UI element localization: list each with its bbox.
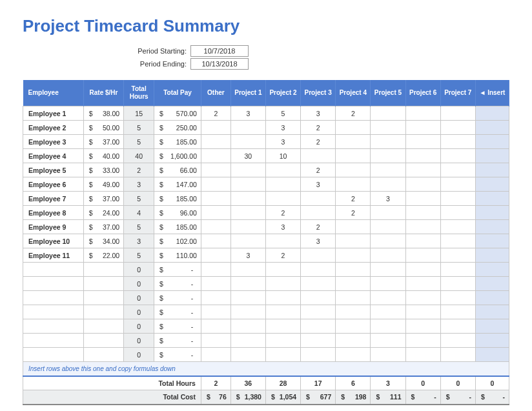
employee-cell[interactable] (23, 263, 84, 277)
employee-cell[interactable]: Employee 10 (23, 234, 84, 248)
project4-cell[interactable] (336, 234, 371, 248)
project3-cell[interactable] (301, 263, 336, 277)
other-cell[interactable]: 2 (201, 106, 230, 121)
col-project-1[interactable]: Project 1 (230, 80, 265, 106)
project7-cell[interactable] (440, 192, 475, 206)
rate-cell[interactable]: $37.00 (83, 220, 123, 234)
project3-cell[interactable] (301, 348, 336, 362)
project6-cell[interactable] (405, 106, 440, 121)
project5-cell[interactable] (371, 248, 405, 263)
col-other[interactable]: Other (201, 80, 230, 106)
rate-cell[interactable] (83, 319, 123, 334)
project2-cell[interactable]: 2 (265, 248, 300, 263)
project7-cell[interactable] (440, 234, 475, 248)
employee-cell[interactable]: Employee 3 (23, 135, 84, 149)
period-end-input[interactable]: 10/13/2018 (190, 58, 249, 70)
project2-cell[interactable]: 5 (265, 106, 300, 121)
other-cell[interactable] (201, 291, 230, 305)
other-cell[interactable] (201, 334, 230, 348)
col-project-3[interactable]: Project 3 (301, 80, 336, 106)
project3-cell[interactable] (301, 206, 336, 220)
project7-cell[interactable] (440, 149, 475, 163)
project3-cell[interactable] (301, 277, 336, 291)
project7-cell[interactable] (440, 206, 475, 220)
rate-cell[interactable]: $49.00 (83, 177, 123, 192)
project5-cell[interactable] (371, 319, 405, 334)
project7-cell[interactable] (440, 319, 475, 334)
project2-cell[interactable] (265, 263, 300, 277)
employee-cell[interactable] (23, 291, 84, 305)
project1-cell[interactable] (230, 319, 265, 334)
project6-cell[interactable] (405, 263, 440, 277)
project3-cell[interactable] (301, 248, 336, 263)
project2-cell[interactable] (265, 334, 300, 348)
project2-cell[interactable] (265, 192, 300, 206)
project3-cell[interactable] (301, 192, 336, 206)
project3-cell[interactable]: 2 (301, 135, 336, 149)
rate-cell[interactable]: $22.00 (83, 248, 123, 263)
project7-cell[interactable] (440, 348, 475, 362)
project5-cell[interactable] (371, 121, 405, 135)
employee-cell[interactable]: Employee 4 (23, 149, 84, 163)
project5-cell[interactable] (371, 305, 405, 319)
project3-cell[interactable]: 2 (301, 220, 336, 234)
employee-cell[interactable]: Employee 1 (23, 106, 84, 121)
project5-cell[interactable] (371, 149, 405, 163)
period-start-input[interactable]: 10/7/2018 (190, 45, 249, 57)
project6-cell[interactable] (405, 163, 440, 177)
project3-cell[interactable] (301, 305, 336, 319)
employee-cell[interactable]: Employee 9 (23, 220, 84, 234)
employee-cell[interactable] (23, 348, 84, 362)
project7-cell[interactable] (440, 220, 475, 234)
rate-cell[interactable] (83, 334, 123, 348)
project6-cell[interactable] (405, 348, 440, 362)
project5-cell[interactable] (371, 291, 405, 305)
project2-cell[interactable] (265, 163, 300, 177)
project4-cell[interactable] (336, 163, 371, 177)
col-project-2[interactable]: Project 2 (265, 80, 300, 106)
project3-cell[interactable] (301, 291, 336, 305)
project4-cell[interactable] (336, 135, 371, 149)
col-insert[interactable]: ◄ Insert (475, 80, 509, 106)
project2-cell[interactable] (265, 234, 300, 248)
other-cell[interactable] (201, 163, 230, 177)
project1-cell[interactable] (230, 121, 265, 135)
col-rate[interactable]: Rate $/Hr (83, 80, 123, 106)
rate-cell[interactable]: $40.00 (83, 149, 123, 163)
project5-cell[interactable] (371, 206, 405, 220)
employee-cell[interactable] (23, 319, 84, 334)
project5-cell[interactable] (371, 163, 405, 177)
other-cell[interactable] (201, 135, 230, 149)
project6-cell[interactable] (405, 291, 440, 305)
rate-cell[interactable] (83, 348, 123, 362)
project5-cell[interactable] (371, 334, 405, 348)
project4-cell[interactable] (336, 319, 371, 334)
col-project-4[interactable]: Project 4 (336, 80, 371, 106)
project2-cell[interactable]: 3 (265, 220, 300, 234)
project3-cell[interactable]: 3 (301, 234, 336, 248)
project3-cell[interactable]: 3 (301, 106, 336, 121)
project7-cell[interactable] (440, 263, 475, 277)
employee-cell[interactable]: Employee 7 (23, 192, 84, 206)
project6-cell[interactable] (405, 234, 440, 248)
project7-cell[interactable] (440, 291, 475, 305)
project4-cell[interactable]: 2 (336, 192, 371, 206)
other-cell[interactable] (201, 263, 230, 277)
project2-cell[interactable] (265, 348, 300, 362)
project1-cell[interactable] (230, 348, 265, 362)
project1-cell[interactable] (230, 277, 265, 291)
project4-cell[interactable] (336, 291, 371, 305)
col-project-7[interactable]: Project 7 (440, 80, 475, 106)
project4-cell[interactable] (336, 348, 371, 362)
project4-cell[interactable]: 2 (336, 206, 371, 220)
project2-cell[interactable]: 10 (265, 149, 300, 163)
rate-cell[interactable]: $34.00 (83, 234, 123, 248)
project7-cell[interactable] (440, 334, 475, 348)
project2-cell[interactable] (265, 319, 300, 334)
project5-cell[interactable] (371, 277, 405, 291)
project5-cell[interactable]: 3 (371, 192, 405, 206)
project3-cell[interactable] (301, 149, 336, 163)
project1-cell[interactable] (230, 163, 265, 177)
project3-cell[interactable]: 2 (301, 163, 336, 177)
other-cell[interactable] (201, 277, 230, 291)
